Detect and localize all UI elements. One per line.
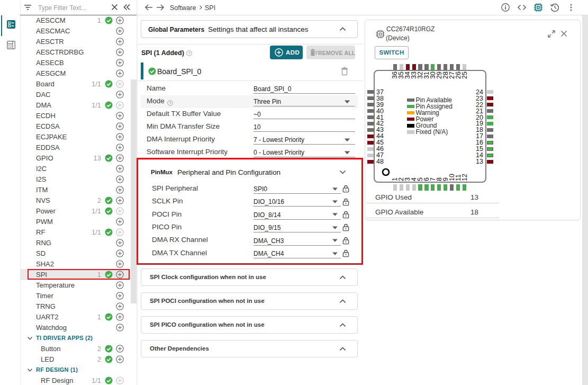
svg-text:?: ? <box>169 101 171 105</box>
svg-text:?: ? <box>188 51 190 56</box>
